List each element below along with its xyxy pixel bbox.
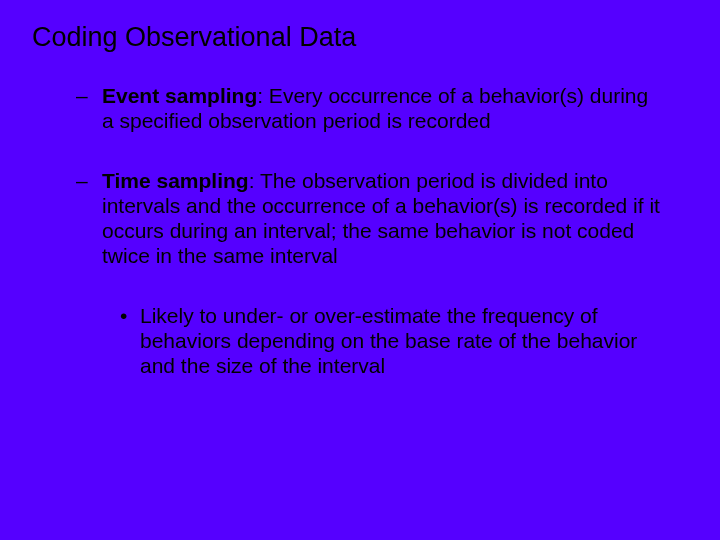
dot-icon: •	[120, 304, 140, 378]
bullet-content: Time sampling: The observation period is…	[102, 169, 664, 268]
bullet-content: Event sampling: Every occurrence of a be…	[102, 84, 664, 134]
slide: Coding Observational Data – Event sampli…	[0, 0, 720, 540]
dash-icon: –	[76, 84, 102, 134]
bullet-term: Event sampling	[102, 84, 257, 107]
subbullet-item: • Likely to under- or over-estimate the …	[120, 304, 650, 378]
bullet-item: – Event sampling: Every occurrence of a …	[76, 84, 664, 134]
dash-icon: –	[76, 169, 102, 268]
bullet-item: – Time sampling: The observation period …	[76, 169, 664, 268]
slide-title: Coding Observational Data	[30, 22, 690, 54]
subbullet-content: Likely to under- or over-estimate the fr…	[140, 304, 650, 378]
bullet-term: Time sampling	[102, 169, 249, 192]
